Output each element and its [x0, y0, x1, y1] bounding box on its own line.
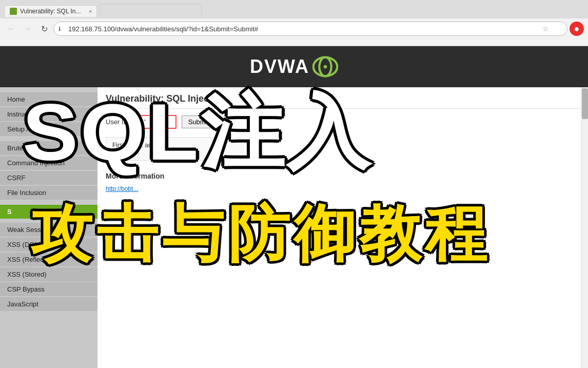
result-box: First name: admin Surname:: [106, 137, 260, 161]
dvwa-header: DVWA: [0, 46, 588, 87]
tab-bar: Vulnerability: SQL In... ×: [0, 0, 588, 18]
user-id-input[interactable]: [135, 115, 177, 129]
sidebar: Home Instructions Setup / Reset DB Brute…: [0, 87, 97, 368]
bookmark-icon[interactable]: ☆: [542, 25, 549, 33]
sidebar-item-csp-bypass[interactable]: CSP Bypass: [0, 282, 97, 296]
sidebar-item-brute-force[interactable]: Brute Force: [0, 141, 97, 155]
sidebar-item-csrf[interactable]: CSRF: [0, 171, 97, 185]
scrollbar-thumb: [582, 88, 588, 119]
secure-icon: ℹ: [58, 26, 61, 32]
vulnerability-section: User ID: Submit First name: admin Surnam…: [97, 109, 588, 167]
sidebar-item-home[interactable]: Home: [0, 92, 97, 106]
address-input[interactable]: [53, 22, 567, 36]
sidebar-item-setup[interactable]: Setup / Reset DB: [0, 122, 97, 136]
first-name-row: First name: admin: [112, 142, 253, 149]
chrome-menu-button[interactable]: ●: [570, 22, 584, 36]
scrollbar[interactable]: [581, 87, 588, 368]
tab-favicon: [10, 8, 17, 15]
sidebar-item-javascript[interactable]: JavaScript: [0, 297, 97, 311]
sidebar-item-file-inclusion[interactable]: File Inclusion: [0, 186, 97, 200]
link-list: http://bobt...: [97, 185, 588, 192]
info-link-1[interactable]: http://bobt...: [106, 185, 580, 192]
active-tab[interactable]: Vulnerability: SQL In... ×: [4, 5, 97, 17]
tab-title: Vulnerability: SQL In...: [20, 8, 81, 15]
dvwa-page: DVWA Home Instructions Setup / Reset DB …: [0, 46, 588, 368]
user-id-label: User ID:: [106, 118, 130, 126]
page-title: Vulnerability: SQL Injection: [97, 87, 588, 109]
sidebar-item-command-injection[interactable]: Command Injection: [0, 156, 97, 170]
sidebar-item-xss-reflected[interactable]: XSS (Reflected): [0, 253, 97, 266]
dvwa-logo-svg: [312, 54, 338, 80]
nav-bar: ← → ↻ ℹ ☆ ●: [0, 18, 588, 39]
dvwa-body: Home Instructions Setup / Reset DB Brute…: [0, 87, 588, 368]
surname-row: Surname:: [112, 149, 253, 156]
submit-button[interactable]: Submit: [182, 115, 215, 128]
sidebar-item-xss-dom[interactable]: XSS (DOM): [0, 238, 97, 251]
address-bar-wrapper: ℹ ☆: [53, 22, 567, 36]
main-content: Vulnerability: SQL Injection User ID: Su…: [97, 87, 588, 368]
empty-tab: [99, 4, 202, 18]
sidebar-item-xss-stored[interactable]: XSS (Stored): [0, 267, 97, 281]
surname-label: Surname:: [112, 149, 139, 156]
forward-button[interactable]: →: [21, 22, 35, 36]
tab-close-button[interactable]: ×: [89, 8, 92, 14]
first-name-value: admin: [145, 142, 162, 149]
reload-button[interactable]: ↻: [37, 22, 51, 36]
back-button[interactable]: ←: [4, 22, 18, 36]
svg-point-2: [324, 65, 327, 69]
sidebar-item-instructions[interactable]: Instructions: [0, 107, 97, 121]
sidebar-item-weak-session[interactable]: Weak Session IDs: [0, 223, 97, 237]
dvwa-logo-text: DVWA: [250, 56, 309, 78]
sql-form: User ID: Submit: [106, 115, 580, 129]
browser-content: DVWA Home Instructions Setup / Reset DB …: [0, 46, 588, 368]
more-info-title: More Information: [97, 167, 588, 185]
first-name-label: First name:: [112, 142, 143, 149]
browser-chrome: Vulnerability: SQL In... × ← → ↻ ℹ ☆ ●: [0, 0, 588, 46]
sidebar-status-badge: S: [0, 205, 97, 219]
